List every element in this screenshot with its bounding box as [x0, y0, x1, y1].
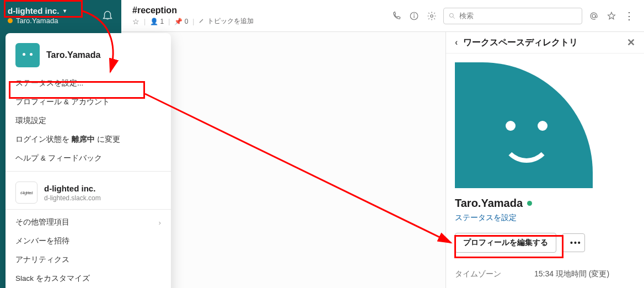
pencil-icon: [198, 17, 205, 25]
chevron-down-icon: ▾: [63, 8, 66, 14]
menu-customize[interactable]: Slack をカスタマイズ: [6, 269, 171, 288]
profile-name: Taro.Yamada: [455, 197, 523, 210]
timezone-label: タイムゾーン: [455, 269, 501, 279]
team-menu-user-name: Taro.Yamada: [46, 50, 100, 60]
star-icon[interactable]: ☆: [132, 17, 139, 26]
back-icon[interactable]: ‹: [455, 38, 458, 47]
bell-icon[interactable]: [101, 9, 114, 21]
menu-set-status[interactable]: ステータスを設定...: [6, 74, 171, 93]
channel-header: #reception ☆ | 👤 1 | 📌 0 | トピックを追加: [121, 0, 644, 32]
svg-point-3: [431, 14, 433, 17]
directory-panel: ‹ ワークスペースディレクトリ ✕ Taro.Yamada ステータスを設定 プ…: [446, 32, 644, 288]
svg-point-4: [449, 13, 453, 17]
avatar: [15, 43, 40, 67]
kebab-icon[interactable]: ⋮: [623, 10, 635, 22]
presence-active-icon: [527, 201, 532, 206]
workspace-url: d-lighted.slack.com: [44, 194, 101, 202]
gear-icon[interactable]: [426, 10, 438, 22]
profile-avatar: [455, 62, 593, 188]
chevron-right-icon: ›: [159, 218, 162, 227]
search-input[interactable]: 検索: [443, 8, 582, 24]
star-outline-icon[interactable]: [605, 10, 618, 22]
sidebar-user-name: Taro.Yamada: [16, 17, 58, 25]
svg-line-5: [453, 17, 455, 18]
member-count[interactable]: 👤 1: [150, 18, 164, 25]
team-menu: Taro.Yamada ステータスを設定... プロフィール & アカウント 環…: [6, 33, 171, 288]
workspace-logo: d-lighted: [15, 182, 37, 204]
presence-away-icon: [8, 18, 13, 23]
set-status-link[interactable]: ステータスを設定: [455, 213, 635, 223]
more-actions-button[interactable]: •••: [562, 233, 585, 252]
menu-divider: [6, 209, 171, 210]
svg-point-2: [414, 13, 415, 14]
phone-icon[interactable]: [390, 10, 402, 22]
team-menu-user-row: Taro.Yamada: [6, 33, 171, 74]
channel-name[interactable]: #reception: [132, 6, 254, 15]
info-icon[interactable]: [408, 10, 420, 22]
pin-count[interactable]: 📌 0: [174, 18, 188, 25]
directory-title: ワークスペースディレクトリ: [463, 37, 578, 49]
menu-admin[interactable]: その他管理項目 ›: [6, 213, 171, 232]
add-topic-link[interactable]: トピックを追加: [198, 17, 254, 26]
menu-help[interactable]: ヘルプ & フィードバック: [6, 149, 171, 168]
menu-divider: [6, 171, 171, 172]
team-menu-workspace-row: d-lighted d-lighted inc. d-lighted.slack…: [6, 175, 171, 206]
menu-profile-account[interactable]: プロフィール & アカウント: [6, 93, 171, 111]
close-icon[interactable]: ✕: [627, 36, 635, 49]
menu-analytics[interactable]: アナリティクス: [6, 250, 171, 269]
workspace-label: d-lighted inc.: [44, 184, 101, 193]
menu-preferences[interactable]: 環境設定: [6, 111, 171, 130]
timezone-value[interactable]: 15:34 現地時間 (変更): [534, 269, 609, 279]
svg-point-6: [592, 14, 595, 18]
search-icon: [448, 12, 456, 20]
edit-profile-button[interactable]: プロフィールを編集する: [455, 233, 556, 253]
mention-icon[interactable]: [588, 10, 600, 22]
workspace-name: d-lighted inc.: [8, 6, 59, 15]
menu-invite[interactable]: メンバーを招待: [6, 232, 171, 250]
menu-set-away[interactable]: ログイン状態を 離席中 に変更: [6, 130, 171, 149]
